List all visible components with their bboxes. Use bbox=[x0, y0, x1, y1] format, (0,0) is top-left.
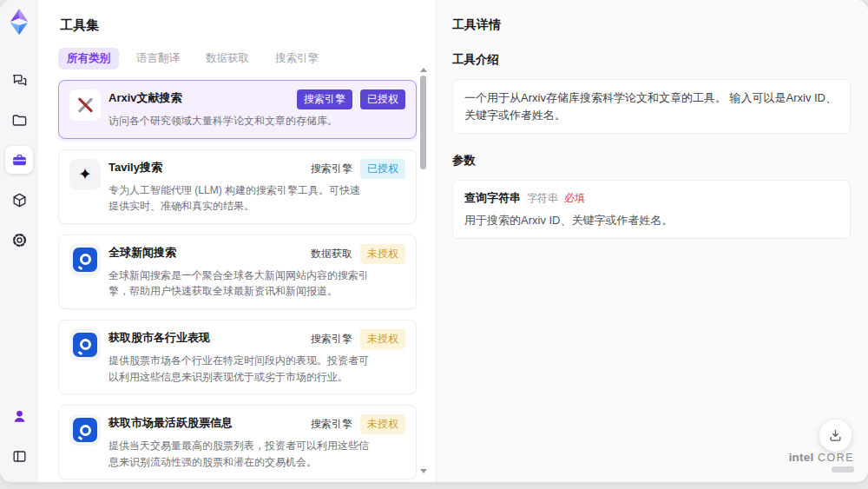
tab-0[interactable]: 所有类别 bbox=[58, 48, 119, 69]
user-avatar-icon bbox=[11, 408, 28, 425]
news-app-icon bbox=[73, 418, 97, 442]
tool-description: 专为人工智能代理 (LLM) 构建的搜索引擎工具。可快速提供实时、准确和真实的结… bbox=[108, 182, 369, 215]
sidebar-item-settings[interactable] bbox=[5, 226, 33, 254]
tool-list-panel: 工具集 所有类别语言翻译数据获取搜索引擎 Arxiv文献搜索搜索引擎已授权访问各… bbox=[38, 0, 436, 482]
tool-description: 访问各个研究领域大量科学论文和文章的存储库。 bbox=[108, 113, 369, 129]
download-button[interactable] bbox=[819, 420, 852, 452]
tool-body: 全球新闻搜索数据获取未授权全球新闻搜索是一个聚合全球各大新闻网站内容的搜索引擎，… bbox=[108, 244, 405, 300]
tool-body: Tavily搜索搜索引擎已授权专为人工智能代理 (LLM) 构建的搜索引擎工具。… bbox=[108, 159, 405, 215]
tool-body: 获取市场最活跃股票信息搜索引擎未授权提供当天交易量最高的股票列表，投资者可以利用… bbox=[108, 414, 405, 470]
tool-icon bbox=[69, 89, 101, 121]
intel-ultra-badge bbox=[832, 466, 854, 472]
toolbox-icon bbox=[11, 152, 28, 169]
tab-2[interactable]: 数据获取 bbox=[197, 48, 258, 69]
app-window: 工具集 所有类别语言翻译数据获取搜索引擎 Arxiv文献搜索搜索引擎已授权访问各… bbox=[0, 0, 868, 482]
tool-card[interactable]: 获取股市各行业表现搜索引擎未授权提供股票市场各个行业在特定时间段内的表现。投资者… bbox=[58, 320, 417, 394]
tool-name: Arxiv文献搜索 bbox=[108, 89, 182, 106]
category-tabs: 所有类别语言翻译数据获取搜索引擎 bbox=[58, 48, 436, 69]
tool-details-panel: 工具详情 工具介绍 一个用于从Arxiv存储库搜索科学论文和文章的工具。 输入可… bbox=[436, 0, 868, 482]
tool-icon: ✦ bbox=[69, 159, 101, 190]
param-type: 字符串 bbox=[527, 191, 558, 206]
tab-1[interactable]: 语言翻译 bbox=[128, 48, 188, 69]
tool-name: 获取市场最活跃股票信息 bbox=[108, 414, 233, 431]
params-heading: 参数 bbox=[452, 153, 851, 169]
tool-name: 全球新闻搜索 bbox=[108, 244, 176, 261]
tool-status-badge: 已授权 bbox=[360, 89, 405, 109]
arxiv-logo-icon bbox=[76, 96, 94, 114]
param-card: 查询字符串 字符串 必填 用于搜索的Arxiv ID、关键字或作者姓名。 bbox=[452, 180, 851, 239]
param-required-badge: 必填 bbox=[564, 191, 585, 206]
tool-body: Arxiv文献搜索搜索引擎已授权访问各个研究领域大量科学论文和文章的存储库。 bbox=[108, 89, 405, 129]
tool-name: Tavily搜索 bbox=[108, 159, 162, 175]
panel-toggle-icon bbox=[11, 448, 28, 465]
intro-text: 一个用于从Arxiv存储库搜索科学论文和文章的工具。 输入可以是Arxiv ID… bbox=[464, 89, 838, 123]
tool-card[interactable]: ✦Tavily搜索搜索引擎已授权专为人工智能代理 (LLM) 构建的搜索引擎工具… bbox=[58, 149, 417, 224]
tool-body: 获取股市各行业表现搜索引擎未授权提供股票市场各个行业在特定时间段内的表现。投资者… bbox=[108, 329, 405, 385]
scrollbar-down-arrow-icon[interactable] bbox=[420, 469, 427, 473]
tool-status-badge: 未授权 bbox=[360, 244, 405, 264]
intro-heading: 工具介绍 bbox=[452, 52, 851, 68]
tool-category-label: 搜索引擎 bbox=[311, 332, 352, 347]
sidebar-item-packages[interactable] bbox=[5, 186, 33, 214]
tool-status-badge: 已授权 bbox=[360, 159, 405, 179]
tool-list: Arxiv文献搜索搜索引擎已授权访问各个研究领域大量科学论文和文章的存储库。✦T… bbox=[58, 80, 418, 482]
download-icon bbox=[828, 428, 843, 443]
details-title: 工具详情 bbox=[452, 17, 851, 33]
sidebar bbox=[0, 0, 38, 482]
param-desc: 用于搜索的Arxiv ID、关键字或作者姓名。 bbox=[464, 213, 838, 228]
sidebar-item-collapse[interactable] bbox=[5, 442, 33, 470]
tavily-sparkle-icon: ✦ bbox=[78, 166, 92, 182]
tool-description: 全球新闻搜索是一个聚合全球各大新闻网站内容的搜索引擎，帮助用户快速获取全球最新资… bbox=[108, 268, 369, 300]
scrollbar-up-arrow-icon[interactable] bbox=[420, 68, 427, 72]
app-logo-icon bbox=[6, 7, 32, 36]
tool-category-label: 搜索引擎 bbox=[311, 417, 352, 432]
intel-logo-text: intel bbox=[789, 451, 814, 464]
chat-icon bbox=[11, 72, 28, 89]
gear-icon bbox=[11, 232, 28, 248]
core-logo-text: CORE bbox=[818, 452, 854, 464]
sidebar-item-files[interactable] bbox=[5, 106, 33, 134]
cube-icon bbox=[11, 192, 28, 208]
sidebar-item-chat[interactable] bbox=[5, 66, 33, 94]
tool-status-badge: 未授权 bbox=[360, 329, 405, 349]
sidebar-item-tools[interactable] bbox=[5, 146, 33, 174]
tool-name: 获取股市各行业表现 bbox=[108, 329, 210, 346]
tool-status-badge: 未授权 bbox=[360, 414, 405, 434]
tool-category-label: 搜索引擎 bbox=[311, 162, 352, 176]
news-app-icon bbox=[73, 248, 97, 272]
tool-icon bbox=[69, 244, 101, 275]
tool-description: 提供当天交易量最高的股票列表，投资者可以利用这些信息来识别流动性强的股票和潜在的… bbox=[108, 438, 369, 470]
tool-description: 提供股票市场各个行业在特定时间段内的表现。投资者可以利用这些信息来识别表现优于或… bbox=[108, 353, 369, 385]
tool-icon bbox=[69, 414, 101, 446]
sidebar-item-account[interactable] bbox=[5, 402, 33, 430]
tool-category-label: 数据获取 bbox=[311, 247, 352, 261]
tool-category-label: 搜索引擎 bbox=[297, 89, 352, 109]
tool-card[interactable]: 获取市场最活跃股票信息搜索引擎未授权提供当天交易量最高的股票列表，投资者可以利用… bbox=[58, 405, 417, 479]
intel-core-logo: intel CORE bbox=[789, 450, 854, 472]
news-app-icon bbox=[73, 333, 97, 357]
scrollbar[interactable] bbox=[419, 68, 427, 473]
page-title: 工具集 bbox=[60, 17, 436, 34]
intro-card: 一个用于从Arxiv存储库搜索科学论文和文章的工具。 输入可以是Arxiv ID… bbox=[452, 79, 851, 134]
scrollbar-thumb[interactable] bbox=[420, 76, 426, 169]
tool-card[interactable]: 全球新闻搜索数据获取未授权全球新闻搜索是一个聚合全球各大新闻网站内容的搜索引擎，… bbox=[58, 235, 417, 309]
tool-icon bbox=[69, 329, 101, 360]
tab-3[interactable]: 搜索引擎 bbox=[266, 48, 327, 69]
tool-card[interactable]: Arxiv文献搜索搜索引擎已授权访问各个研究领域大量科学论文和文章的存储库。 bbox=[58, 80, 417, 139]
param-name: 查询字符串 bbox=[464, 190, 521, 206]
folder-icon bbox=[11, 112, 28, 129]
